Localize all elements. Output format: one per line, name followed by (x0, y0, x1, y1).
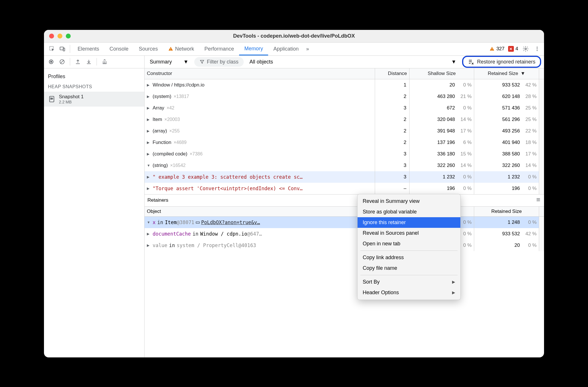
restore-ignored-retainers-button[interactable]: Restore ignored retainers (462, 56, 541, 68)
menu-item[interactable]: Open in new tab (358, 238, 460, 249)
snapshot-size: 2.2 MB (59, 100, 84, 104)
menu-item[interactable]: Header Options▶ (358, 287, 460, 298)
menu-item[interactable]: Copy link address (358, 252, 460, 263)
constructor-row[interactable]: ▶ (array) ×255 2 391 94817 % 493 25622 % (145, 125, 544, 137)
download-button[interactable] (84, 57, 94, 67)
retained-cell: 1960 % (474, 183, 539, 194)
menu-item[interactable]: Copy file name (358, 263, 460, 274)
toolbar-left (44, 56, 145, 68)
scrollbar-gutter (539, 217, 544, 228)
expand-toggle-icon[interactable]: ▶ (147, 118, 151, 122)
minimize-window-button[interactable] (57, 34, 62, 38)
constructor-row[interactable]: ▶ Window / https://cdpn.io 1 200 % 933 5… (145, 79, 544, 91)
menu-item[interactable]: Sort By▶ (358, 277, 460, 287)
constructor-row[interactable]: ▶ (system) ×13817 2 463 28021 % 620 1482… (145, 91, 544, 102)
device-toggle-icon[interactable] (57, 44, 68, 54)
clear-button[interactable] (57, 57, 67, 67)
tab-memory[interactable]: Memory (239, 43, 268, 55)
upload-button[interactable] (73, 57, 83, 67)
property-name: value (153, 242, 167, 248)
retainer-row[interactable]: ▶ valueinsystem / PropertyCell @40163 20… (145, 240, 544, 251)
expand-toggle-icon[interactable]: ▶ (147, 243, 151, 247)
errors-count[interactable]: ✕ 4 (508, 46, 518, 52)
expand-toggle-icon[interactable]: ▶ (147, 83, 151, 87)
expand-toggle-icon[interactable]: ▶ (147, 106, 151, 110)
submenu-arrow-icon: ▶ (452, 290, 455, 295)
record-button[interactable] (46, 57, 56, 67)
distance-cell: 2 (375, 137, 410, 148)
filter-input[interactable]: Filter by class (194, 57, 244, 67)
view-mode-dropdown[interactable]: Summary ▼ (147, 58, 191, 66)
retainer-row[interactable]: ▼ xinItem @38071 ▭ PoLdbOX?anon=true&v… … (145, 217, 544, 228)
menu-item[interactable]: Reveal in Summary view (358, 196, 460, 207)
col-object[interactable]: Object (145, 207, 375, 216)
col-shallow-size[interactable]: Shallow Size (410, 68, 474, 79)
constructor-name: (string) (153, 163, 168, 168)
retained-cell: 933 53242 % (474, 228, 539, 240)
constructor-row[interactable]: ▼ (string) ×16542 3 322 26014 % 322 2601… (145, 160, 544, 171)
warnings-count[interactable]: 327 (489, 46, 504, 52)
source-link[interactable]: PoLdbOX?anon=true&v… (201, 220, 260, 225)
distance-cell: 1 (375, 79, 410, 91)
constructor-row[interactable]: ▶ Item ×20003 2 320 04814 % 561 29625 % (145, 114, 544, 125)
in-word: in (157, 220, 163, 225)
inspect-element-icon[interactable] (47, 44, 57, 54)
menu-item[interactable]: Reveal in Sources panel (358, 228, 460, 238)
expand-toggle-icon[interactable]: ▼ (147, 220, 151, 224)
constructor-name: Array (153, 105, 164, 111)
constructor-cell: ▶ (compiled code) ×7386 (145, 148, 375, 160)
scrollbar-gutter (539, 137, 544, 148)
constructor-row[interactable]: ▶ (compiled code) ×7386 3 336 18015 % 38… (145, 148, 544, 160)
settings-icon[interactable] (522, 45, 530, 53)
tab-label: Network (175, 46, 194, 52)
constructor-name: (array) (153, 128, 167, 134)
all-objects-dropdown[interactable]: All objects ▼ (247, 58, 459, 66)
shallow-cell: 137 1966 % (410, 137, 474, 148)
menu-item[interactable]: Ignore this retainer (358, 217, 460, 228)
col-retained-size[interactable]: Retained Size ▼ (474, 68, 539, 79)
shallow-cell: 1960 % (410, 183, 474, 194)
constructor-row[interactable]: ▶ Array ×42 3 6720 % 571 43625 % (145, 102, 544, 114)
expand-toggle-icon[interactable]: ▶ (147, 140, 151, 145)
tab-network[interactable]: Network (163, 43, 199, 55)
warning-icon (489, 46, 495, 51)
expand-toggle-icon[interactable]: ▶ (147, 95, 151, 99)
tabs-overflow-button[interactable]: » (304, 43, 311, 55)
tab-console[interactable]: Console (104, 43, 134, 55)
tabbar-right: 327 ✕ 4 (489, 45, 541, 53)
close-window-button[interactable] (49, 34, 54, 38)
expand-toggle-icon[interactable]: ▶ (147, 129, 151, 133)
expand-toggle-icon[interactable]: ▶ (147, 186, 151, 190)
warning-icon (168, 46, 173, 51)
expand-toggle-icon[interactable]: ▶ (147, 175, 151, 179)
tab-application[interactable]: Application (268, 43, 304, 55)
maximize-window-button[interactable] (66, 34, 71, 38)
snapshot-item[interactable]: Snapshot 1 2.2 MB (44, 92, 144, 107)
property-name: x (153, 220, 155, 225)
object-name: system / PropertyCell (177, 242, 239, 248)
col-retained-size[interactable]: Retained Size (474, 207, 539, 216)
string-child-row[interactable]: ▶ "Torque assert 'Convert<uintptr>(endIn… (145, 183, 544, 194)
tab-performance[interactable]: Performance (199, 43, 239, 55)
menu-item[interactable]: Store as global variable (358, 207, 460, 217)
object-id: @40163 (239, 242, 256, 248)
constructor-row[interactable]: ▶ Function ×4689 2 137 1966 % 401 94018 … (145, 137, 544, 148)
col-constructor[interactable]: Constructor (145, 68, 375, 79)
tab-sources[interactable]: Sources (134, 43, 163, 55)
shallow-cell: 1 2320 % (410, 171, 474, 183)
error-icon: ✕ (508, 46, 514, 52)
garbage-collect-button[interactable] (100, 57, 109, 67)
more-menu-icon[interactable] (533, 45, 541, 53)
svg-rect-3 (170, 48, 171, 49)
retainer-row[interactable]: ▶ documentCacheinWindow / cdpn.io @647… … (145, 228, 544, 240)
retainers-title-bar: Retainers (145, 195, 544, 206)
expand-toggle-icon[interactable]: ▶ (147, 232, 151, 236)
retainers-menu-icon[interactable] (535, 197, 541, 204)
submenu-arrow-icon: ▶ (452, 280, 455, 284)
expand-toggle-icon[interactable]: ▶ (147, 152, 151, 156)
col-distance[interactable]: Distance (375, 68, 410, 79)
string-child-row[interactable]: ▶ " example 3 example 3: scattered objec… (145, 171, 544, 183)
expand-toggle-icon[interactable]: ▼ (147, 163, 151, 167)
tab-elements[interactable]: Elements (72, 43, 104, 55)
count-value: 327 (496, 46, 504, 52)
